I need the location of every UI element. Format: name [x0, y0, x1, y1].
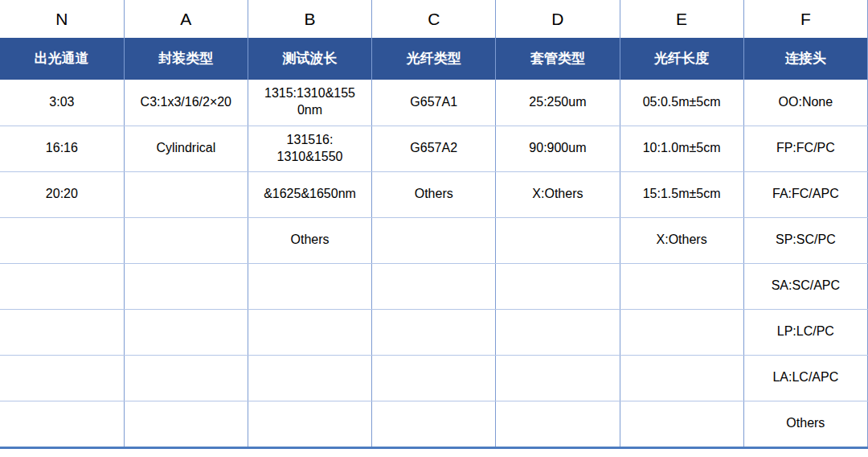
column-letters-row: N A B C D E F	[0, 0, 868, 38]
cell-1-e: 05:0.5m±5cm	[620, 80, 743, 126]
cell-6-f: LP:LC/PC	[743, 309, 867, 355]
cell-1-d: 25:250um	[496, 80, 620, 126]
ordering-code-table: N A B C D E F 出光通道 封装类型 测试波长 光纤类型 套管类型 光…	[0, 0, 868, 447]
cell-4-e: X:Others	[620, 217, 743, 263]
cell-1-b: 1315:1310&155 0nm	[248, 80, 371, 126]
cell-8-f: Others	[743, 401, 867, 447]
cell-6-c	[372, 309, 496, 355]
cell-5-c	[372, 263, 496, 309]
cell-2-a: Cylindrical	[124, 126, 248, 171]
header-row: 出光通道 封装类型 测试波长 光纤类型 套管类型 光纤长度 连接头	[0, 38, 868, 80]
cell-3-b: &1625&1650nm	[248, 171, 371, 217]
cell-6-d	[496, 309, 620, 355]
header-fiber-length: 光纤长度	[620, 38, 743, 80]
cell-3-c: Others	[372, 171, 496, 217]
cell-4-b: Others	[248, 217, 371, 263]
cell-7-f: LA:LC/APC	[743, 355, 867, 401]
cell-1-f: OO:None	[743, 80, 867, 126]
cell-6-e	[620, 309, 743, 355]
cell-5-e	[620, 263, 743, 309]
cell-7-d	[496, 355, 620, 401]
header-package-type: 封装类型	[124, 38, 248, 80]
header-connector: 连接头	[743, 38, 867, 80]
cell-5-d	[496, 263, 620, 309]
cell-5-n	[0, 263, 124, 309]
cell-5-b	[248, 263, 371, 309]
table-row: SA:SC/APC	[0, 263, 868, 309]
column-letter-e: E	[620, 0, 743, 38]
cell-2-b: 131516: 1310&1550	[248, 126, 371, 171]
header-test-wavelength: 测试波长	[248, 38, 371, 80]
table-row: LA:LC/APC	[0, 355, 868, 401]
table-row: 3:03 C3:1x3/16/2×20 1315:1310&155 0nm G6…	[0, 80, 868, 126]
cell-6-a	[124, 309, 248, 355]
cell-2-e: 10:1.0m±5cm	[620, 126, 743, 171]
column-letter-a: A	[124, 0, 248, 38]
cell-7-e	[620, 355, 743, 401]
cell-4-f: SP:SC/PC	[743, 217, 867, 263]
column-letter-b: B	[248, 0, 371, 38]
cell-4-n	[0, 217, 124, 263]
cell-6-b	[248, 309, 371, 355]
cell-2-d: 90:900um	[496, 126, 620, 171]
cell-8-c	[372, 401, 496, 447]
cell-1-a: C3:1x3/16/2×20	[124, 80, 248, 126]
cell-7-c	[372, 355, 496, 401]
cell-2-f: FP:FC/PC	[743, 126, 867, 171]
cell-3-d: X:Others	[496, 171, 620, 217]
cell-8-a	[124, 401, 248, 447]
header-tube-type: 套管类型	[496, 38, 620, 80]
cell-7-n	[0, 355, 124, 401]
cell-1-n: 3:03	[0, 80, 124, 126]
ordering-code-sheet: N A B C D E F 出光通道 封装类型 测试波长 光纤类型 套管类型 光…	[0, 0, 868, 449]
table-row: Others X:Others SP:SC/PC	[0, 217, 868, 263]
table-row: 16:16 Cylindrical 131516: 1310&1550 G657…	[0, 126, 868, 171]
header-fiber-type: 光纤类型	[372, 38, 496, 80]
cell-3-n: 20:20	[0, 171, 124, 217]
column-letter-n: N	[0, 0, 124, 38]
column-letter-d: D	[496, 0, 620, 38]
column-letter-f: F	[743, 0, 867, 38]
table-row: 20:20 &1625&1650nm Others X:Others 15:1.…	[0, 171, 868, 217]
cell-2-n: 16:16	[0, 126, 124, 171]
table-row: Others	[0, 401, 868, 447]
cell-3-e: 15:1.5m±5cm	[620, 171, 743, 217]
column-letter-c: C	[372, 0, 496, 38]
cell-5-a	[124, 263, 248, 309]
cell-8-n	[0, 401, 124, 447]
cell-7-b	[248, 355, 371, 401]
table-row: LP:LC/PC	[0, 309, 868, 355]
cell-2-c: G657A2	[372, 126, 496, 171]
cell-3-a	[124, 171, 248, 217]
cell-4-c	[372, 217, 496, 263]
cell-1-c: G657A1	[372, 80, 496, 126]
cell-4-d	[496, 217, 620, 263]
cell-3-f: FA:FC/APC	[743, 171, 867, 217]
cell-8-b	[248, 401, 371, 447]
cell-7-a	[124, 355, 248, 401]
header-output-channel: 出光通道	[0, 38, 124, 80]
cell-4-a	[124, 217, 248, 263]
cell-8-d	[496, 401, 620, 447]
cell-8-e	[620, 401, 743, 447]
cell-5-f: SA:SC/APC	[743, 263, 867, 309]
cell-6-n	[0, 309, 124, 355]
